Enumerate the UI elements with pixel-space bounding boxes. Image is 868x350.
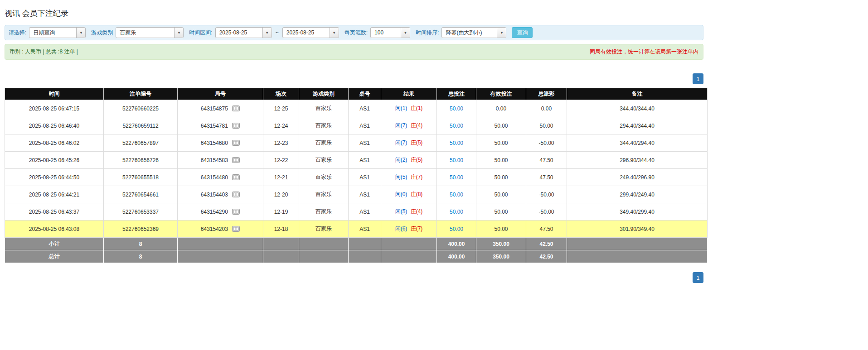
cell-total-bet: 50.00 xyxy=(437,221,476,238)
total-bet-link[interactable]: 50.00 xyxy=(450,157,463,163)
total-bet-link[interactable]: 50.00 xyxy=(450,209,463,215)
chevron-down-icon[interactable]: ▼ xyxy=(401,28,410,38)
cell-bet-id: 522760654661 xyxy=(104,186,178,203)
table-row: 2025-08-25 06:44:50 522760655518 6431544… xyxy=(5,169,708,186)
cell-session: 12-20 xyxy=(263,186,299,203)
result-banker: 庄(7) xyxy=(411,225,423,232)
table-row: 2025-08-25 06:43:37 522760653337 6431542… xyxy=(5,203,708,221)
page-title: 视讯 会员下注纪录 xyxy=(5,8,703,19)
cell-note: 344.40/344.40 xyxy=(567,100,708,117)
game-type-select[interactable]: 百家乐 ▼ xyxy=(116,27,184,38)
summary-total-bet-cell: 400.00 xyxy=(437,250,476,263)
cell-round: 643154290 xyxy=(178,203,263,221)
cell-time: 2025-08-25 06:44:21 xyxy=(5,186,104,203)
chevron-down-icon[interactable]: ▼ xyxy=(330,28,339,38)
filter-bar: 请选择: 日期查询 ▼ 游戏类别 百家乐 ▼ 时间区间: 2025-08-25 … xyxy=(5,25,703,40)
notice-text: 同局有效投注，统一计算在该局第一张注单内 xyxy=(590,48,698,56)
page-size-select[interactable]: 100 ▼ xyxy=(370,27,410,38)
page-button-1[interactable]: 1 xyxy=(693,73,703,84)
result-banker: 庄(4) xyxy=(411,208,423,215)
total-bet-link[interactable]: 50.00 xyxy=(450,105,463,112)
sort-order-select[interactable]: 降幂(由大到小) ▼ xyxy=(441,27,506,38)
cards-replay-icon[interactable] xyxy=(232,209,240,215)
cell-game-type: 百家乐 xyxy=(299,152,349,169)
cards-replay-icon[interactable] xyxy=(232,157,240,163)
query-type-select[interactable]: 日期查询 ▼ xyxy=(29,27,86,38)
summary-count-cell: 8 xyxy=(104,238,178,250)
round-number: 643154480 xyxy=(201,174,228,181)
summary-empty-cell xyxy=(349,250,381,263)
summary-count-cell: 8 xyxy=(104,250,178,263)
chevron-down-icon[interactable]: ▼ xyxy=(497,28,506,38)
total-bet-link[interactable]: 50.00 xyxy=(450,123,463,129)
round-number: 643154203 xyxy=(201,226,228,232)
result-player: 闲(7) xyxy=(395,139,407,146)
cell-valid-bet: 50.00 xyxy=(476,203,526,221)
summary-payout-cell: 42.50 xyxy=(526,238,567,250)
cell-result: 闲(1) 庄(1) xyxy=(381,100,437,117)
cell-payout: 50.00 xyxy=(526,117,567,134)
cell-round: 643154781 xyxy=(178,117,263,134)
page-button-1[interactable]: 1 xyxy=(693,272,703,283)
cell-table-no: AS1 xyxy=(349,152,381,169)
column-header-11: 备注 xyxy=(567,88,708,100)
cell-total-bet: 50.00 xyxy=(437,117,476,134)
cards-replay-icon[interactable] xyxy=(232,105,240,111)
cell-total-bet: 50.00 xyxy=(437,100,476,117)
cell-time: 2025-08-25 06:47:15 xyxy=(5,100,104,117)
table-row: 2025-08-25 06:47:15 522760660225 6431548… xyxy=(5,100,708,117)
total-bet-link[interactable]: 50.00 xyxy=(450,192,463,198)
column-header-3: 局号 xyxy=(178,88,263,100)
cards-replay-icon[interactable] xyxy=(232,226,240,232)
date-to-value: 2025-08-25 xyxy=(283,28,330,38)
chevron-down-icon[interactable]: ▼ xyxy=(174,28,183,38)
cards-replay-icon[interactable] xyxy=(232,140,240,146)
cards-replay-icon[interactable] xyxy=(232,123,240,129)
cell-payout: 47.50 xyxy=(526,152,567,169)
summary-empty-cell xyxy=(178,238,263,250)
cell-payout: 0.00 xyxy=(526,100,567,117)
total-bet-link[interactable]: 50.00 xyxy=(450,140,463,146)
date-from-select[interactable]: 2025-08-25 ▼ xyxy=(215,27,272,38)
cell-total-bet: 50.00 xyxy=(437,186,476,203)
cell-table-no: AS1 xyxy=(349,100,381,117)
cards-replay-icon[interactable] xyxy=(232,192,240,197)
cell-payout: 47.50 xyxy=(526,169,567,186)
cell-time: 2025-08-25 06:46:40 xyxy=(5,117,104,134)
cards-replay-icon[interactable] xyxy=(232,174,240,180)
cell-valid-bet: 50.00 xyxy=(476,134,526,152)
date-to-select[interactable]: 2025-08-25 ▼ xyxy=(282,27,339,38)
cell-time: 2025-08-25 06:46:02 xyxy=(5,134,104,152)
pagination-top: 1 xyxy=(5,73,703,84)
result-banker: 庄(8) xyxy=(411,191,423,197)
chevron-down-icon[interactable]: ▼ xyxy=(76,28,85,38)
summary-empty-cell xyxy=(567,238,708,250)
cell-valid-bet: 50.00 xyxy=(476,221,526,238)
cell-note: 294.40/344.40 xyxy=(567,117,708,134)
cell-game-type: 百家乐 xyxy=(299,117,349,134)
summary-payout-cell: 42.50 xyxy=(526,250,567,263)
summary-valid-bet-cell: 350.00 xyxy=(476,238,526,250)
cell-bet-id: 522760660225 xyxy=(104,100,178,117)
column-header-9: 有效投注 xyxy=(476,88,526,100)
cell-valid-bet: 50.00 xyxy=(476,152,526,169)
total-bet-link[interactable]: 50.00 xyxy=(450,174,463,181)
currency-summary-text: 币别 : 人民币 | 总共 :8 注单 | xyxy=(10,48,78,56)
table-row: 2025-08-25 06:46:40 522760659112 6431547… xyxy=(5,117,708,134)
cell-total-bet: 50.00 xyxy=(437,152,476,169)
cell-valid-bet: 50.00 xyxy=(476,186,526,203)
chevron-down-icon[interactable]: ▼ xyxy=(262,28,272,38)
cell-game-type: 百家乐 xyxy=(299,221,349,238)
total-bet-link[interactable]: 50.00 xyxy=(450,226,463,232)
page-container: 视讯 会员下注纪录 请选择: 日期查询 ▼ 游戏类别 百家乐 ▼ 时间区间: 2… xyxy=(0,0,703,283)
round-number: 643154781 xyxy=(201,123,228,129)
cell-round: 643154480 xyxy=(178,169,263,186)
cell-valid-bet: 50.00 xyxy=(476,117,526,134)
cell-result: 闲(5) 庄(7) xyxy=(381,169,437,186)
summary-empty-cell xyxy=(299,250,349,263)
cell-round: 643154875 xyxy=(178,100,263,117)
column-header-2: 注单编号 xyxy=(104,88,178,100)
search-button[interactable]: 查询 xyxy=(512,27,533,38)
cell-payout: -50.00 xyxy=(526,203,567,221)
result-banker: 庄(4) xyxy=(411,122,423,129)
